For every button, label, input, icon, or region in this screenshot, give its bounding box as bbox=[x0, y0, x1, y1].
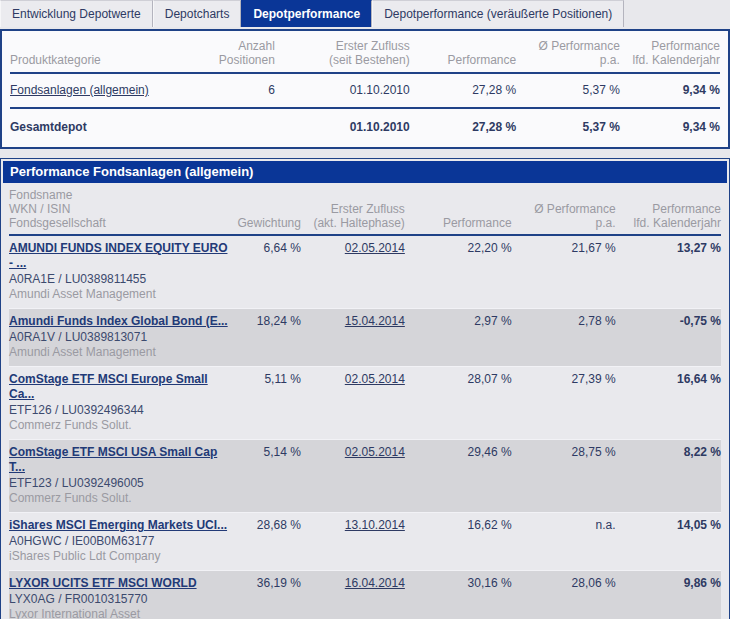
fund-company: Commerz Funds Solut. bbox=[9, 418, 230, 433]
fund-link[interactable]: LYXOR UCITS ETF MSCI WORLD bbox=[9, 576, 230, 591]
fund-wkn-isin: A0RA1E / LU0389811455 bbox=[9, 271, 230, 287]
cell-performance-pa: 28,06 % bbox=[512, 571, 616, 619]
cell-performance-pa: 21,67 % bbox=[512, 235, 616, 309]
cell-weight: 6,64 % bbox=[230, 235, 301, 309]
tab-bar: Entwicklung Depotwerte Depotcharts Depot… bbox=[0, 0, 730, 27]
fund-link[interactable]: AMUNDI FUNDS INDEX EQUITY EURO - ... bbox=[9, 241, 230, 271]
cell-weight: 5,11 % bbox=[230, 367, 301, 440]
fund-link[interactable]: ComStage ETF MSCI Europe Small Ca... bbox=[9, 372, 230, 402]
fund-wkn-isin: ETF123 / LU0392496005 bbox=[9, 475, 230, 491]
funds-panel: Performance Fondsanlagen (allgemein) Fon… bbox=[0, 158, 730, 619]
fund-link[interactable]: iShares MSCI Emerging Markets UCI... bbox=[9, 518, 230, 533]
fund-wkn-isin: ETF126 / LU0392496344 bbox=[9, 402, 230, 418]
fund-company: Amundi Asset Management bbox=[9, 345, 230, 360]
cell-performance: 27,28 % bbox=[410, 73, 517, 108]
header-performance-ytd: Performance lfd. Kalenderjahr bbox=[616, 183, 721, 235]
fund-row-comstage-europe: ComStage ETF MSCI Europe Small Ca... ETF… bbox=[9, 367, 721, 440]
fund-company: Lyxor International Asset bbox=[9, 607, 230, 619]
fund-company: iShares Public Ldt Company bbox=[9, 549, 230, 564]
cell-performance: 30,16 % bbox=[405, 571, 512, 619]
fund-table: Fondsname WKN / ISIN Fondsgesellschaft G… bbox=[9, 183, 721, 619]
cell-performance-ytd: -0,75 % bbox=[616, 309, 721, 367]
cell-performance: 2,97 % bbox=[405, 309, 512, 367]
cell-performance-ytd: 9,86 % bbox=[616, 571, 721, 619]
fund-row-amundi-equity: AMUNDI FUNDS INDEX EQUITY EURO - ... A0R… bbox=[9, 235, 721, 309]
cell-performance-ytd: 9,34 % bbox=[620, 73, 720, 108]
summary-header-row: Produktkategorie Anzahl Positionen Erste… bbox=[10, 31, 720, 73]
tab-entwicklung-depotwerte[interactable]: Entwicklung Depotwerte bbox=[0, 0, 153, 27]
inflow-date-link[interactable]: 13.10.2014 bbox=[345, 518, 405, 532]
cell-performance-pa: n.a. bbox=[512, 513, 616, 571]
fund-row-comstage-usa: ComStage ETF MSCI USA Small Cap T... ETF… bbox=[9, 440, 721, 513]
header-performance-pa: Ø Performance p.a. bbox=[516, 31, 620, 73]
fund-link[interactable]: Amundi Funds Index Global Bond (E... bbox=[9, 314, 230, 329]
header-fondsname: Fondsname WKN / ISIN Fondsgesellschaft bbox=[9, 183, 230, 235]
fund-header-row: Fondsname WKN / ISIN Fondsgesellschaft G… bbox=[9, 183, 721, 235]
cell-performance-pa: 2,78 % bbox=[512, 309, 616, 367]
header-erster-zufluss: Erster Zufluss (seit Bestehen) bbox=[275, 31, 410, 73]
fondsanlagen-link[interactable]: Fondsanlagen (allgemein) bbox=[10, 83, 149, 97]
cell-weight: 36,19 % bbox=[230, 571, 301, 619]
cell-positions bbox=[205, 108, 275, 147]
summary-panel: Produktkategorie Anzahl Positionen Erste… bbox=[0, 29, 730, 149]
tab-depotcharts[interactable]: Depotcharts bbox=[153, 0, 242, 27]
fund-company: Commerz Funds Solut. bbox=[9, 491, 230, 506]
inflow-date-link[interactable]: 16.04.2014 bbox=[345, 576, 405, 590]
cell-performance-ytd: 13,27 % bbox=[616, 235, 721, 309]
fund-company: Amundi Asset Management bbox=[9, 287, 230, 302]
cell-weight: 18,24 % bbox=[230, 309, 301, 367]
table-row-gesamtdepot: Gesamtdepot 01.10.2010 27,28 % 5,37 % 9,… bbox=[10, 108, 720, 147]
header-anzahl-positionen: Anzahl Positionen bbox=[205, 31, 275, 73]
inflow-date-link[interactable]: 15.04.2014 bbox=[345, 314, 405, 328]
fund-row-amundi-bond: Amundi Funds Index Global Bond (E... A0R… bbox=[9, 309, 721, 367]
cell-weight: 28,68 % bbox=[230, 513, 301, 571]
cell-performance: 27,28 % bbox=[410, 108, 517, 147]
cell-inflow: 01.10.2010 bbox=[275, 73, 410, 108]
funds-panel-title: Performance Fondsanlagen (allgemein) bbox=[3, 161, 727, 183]
fund-wkn-isin: A0RA1V / LU0389813071 bbox=[9, 329, 230, 345]
header-produktkategorie: Produktkategorie bbox=[10, 31, 205, 73]
cell-performance-pa: 28,75 % bbox=[512, 440, 616, 513]
fund-row-lyxor-world: LYXOR UCITS ETF MSCI WORLD LYX0AG / FR00… bbox=[9, 571, 721, 619]
tab-depotperformance-veraeusserte[interactable]: Depotperformance (veräußerte Positionen) bbox=[372, 0, 624, 27]
tab-depotperformance[interactable]: Depotperformance bbox=[241, 0, 372, 27]
cell-performance-ytd: 16,64 % bbox=[616, 367, 721, 440]
cell-performance: 28,07 % bbox=[405, 367, 512, 440]
cell-performance-ytd: 9,34 % bbox=[620, 108, 720, 147]
summary-table: Produktkategorie Anzahl Positionen Erste… bbox=[10, 31, 720, 147]
header-performance: Performance bbox=[405, 183, 512, 235]
table-row-fondsanlagen: Fondsanlagen (allgemein) 6 01.10.2010 27… bbox=[10, 73, 720, 108]
cell-performance-ytd: 8,22 % bbox=[616, 440, 721, 513]
header-performance: Performance bbox=[410, 31, 517, 73]
cell-inflow: 01.10.2010 bbox=[275, 108, 410, 147]
cell-performance: 29,46 % bbox=[405, 440, 512, 513]
cell-performance: 22,20 % bbox=[405, 235, 512, 309]
depot-performance-page: Entwicklung Depotwerte Depotcharts Depot… bbox=[0, 0, 730, 619]
header-performance-ytd: Performance lfd. Kalenderjahr bbox=[620, 31, 720, 73]
cell-weight: 5,14 % bbox=[230, 440, 301, 513]
fund-wkn-isin: A0HGWC / IE00B0M63177 bbox=[9, 533, 230, 549]
header-performance-pa: Ø Performance p.a. bbox=[512, 183, 616, 235]
fund-row-ishares-em: iShares MSCI Emerging Markets UCI... A0H… bbox=[9, 513, 721, 571]
cell-performance-pa: 5,37 % bbox=[516, 108, 620, 147]
fund-wkn-isin: LYX0AG / FR0010315770 bbox=[9, 591, 230, 607]
cell-performance-pa: 27,39 % bbox=[512, 367, 616, 440]
cell-performance-pa: 5,37 % bbox=[516, 73, 620, 108]
fund-link[interactable]: ComStage ETF MSCI USA Small Cap T... bbox=[9, 445, 230, 475]
inflow-date-link[interactable]: 02.05.2014 bbox=[345, 372, 405, 386]
inflow-date-link[interactable]: 02.05.2014 bbox=[345, 445, 405, 459]
gesamtdepot-label: Gesamtdepot bbox=[10, 108, 205, 147]
inflow-date-link[interactable]: 02.05.2014 bbox=[345, 241, 405, 255]
header-erster-zufluss-haltephase: Erster Zufluss (akt. Haltephase) bbox=[301, 183, 405, 235]
cell-performance: 16,62 % bbox=[405, 513, 512, 571]
header-gewichtung: Gewichtung bbox=[230, 183, 301, 235]
cell-positions: 6 bbox=[205, 73, 275, 108]
cell-performance-ytd: 14,05 % bbox=[616, 513, 721, 571]
